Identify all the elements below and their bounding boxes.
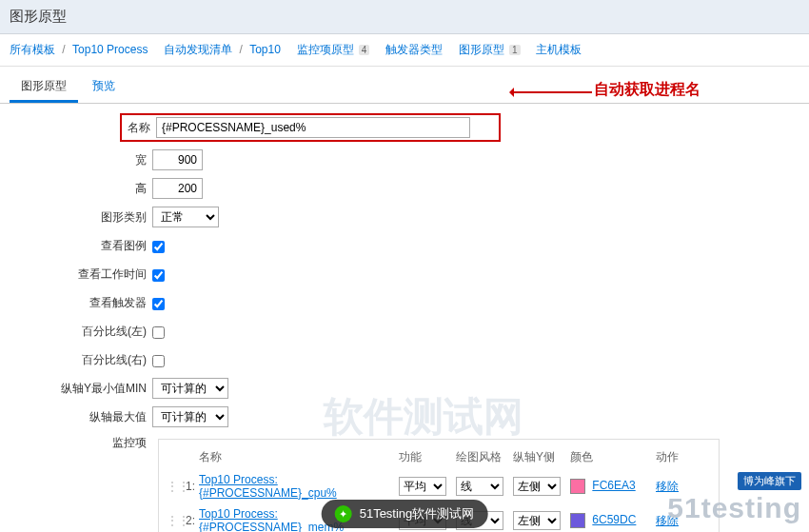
col-yaxis: 纵轴Y侧 <box>513 449 570 465</box>
items-label: 监控项 <box>10 435 152 451</box>
annotation-arrow-icon <box>512 91 592 93</box>
legend-label: 查看图例 <box>10 238 152 254</box>
width-input[interactable] <box>152 149 203 170</box>
row-index: 2: <box>180 514 199 527</box>
yaxis-select[interactable]: 左侧 <box>513 511 561 530</box>
tab-graph-proto[interactable]: 图形原型 <box>10 72 78 103</box>
pline-right-checkbox[interactable] <box>152 355 165 367</box>
wechat-label: 51Testing软件测试网 <box>360 505 475 522</box>
trigger-label: 查看触发器 <box>10 295 152 311</box>
color-swatch[interactable] <box>570 479 585 494</box>
breadcrumb-template[interactable]: Top10 Process <box>72 43 148 56</box>
ymin-select[interactable]: 可计算的 <box>152 378 228 399</box>
tab-preview[interactable]: 预览 <box>81 72 127 103</box>
breadcrumb-host-proto[interactable]: 主机模板 <box>536 43 582 56</box>
pline-left-label: 百分比线(左) <box>10 324 152 340</box>
color-value[interactable]: FC6EA3 <box>592 479 635 492</box>
type-label: 图形类别 <box>10 209 152 226</box>
pline-left-checkbox[interactable] <box>152 326 165 339</box>
row-index: 1: <box>180 480 199 493</box>
pline-right-label: 百分比线(右) <box>10 352 152 368</box>
breadcrumb-item-proto[interactable]: 监控项原型 <box>297 43 354 56</box>
col-name: 名称 <box>199 449 399 465</box>
draw-select[interactable]: 线 <box>456 477 503 496</box>
ymin-label: 纵轴Y最小值MIN <box>10 381 152 397</box>
color-swatch[interactable] <box>570 513 585 528</box>
watermark: 博为峰旗下 51testing <box>667 472 801 524</box>
wechat-icon: ✦ <box>335 505 352 522</box>
breadcrumb-discovery[interactable]: 自动发现清单 <box>164 43 232 56</box>
item-proto-count: 4 <box>359 45 370 55</box>
items-header: 名称 功能 绘图风格 纵轴Y侧 颜色 动作 <box>167 445 711 469</box>
watermark-brand: 51testing <box>667 492 801 523</box>
name-label: 名称 <box>124 120 156 136</box>
annotation-text: 自动获取进程名 <box>594 80 700 100</box>
col-color: 颜色 <box>570 449 656 465</box>
worktime-label: 查看工作时间 <box>10 266 152 283</box>
wechat-source-bar: ✦ 51Testing软件测试网 <box>322 500 488 528</box>
col-func: 功能 <box>399 449 456 465</box>
table-row: ⋮⋮ 1: Top10 Process: {#PROCESSNAME}_cpu%… <box>167 469 711 503</box>
breadcrumb-trigger-proto[interactable]: 触发器类型 <box>385 43 443 56</box>
col-action: 动作 <box>656 449 694 465</box>
legend-checkbox[interactable] <box>152 241 165 253</box>
func-select[interactable]: 平均 <box>399 477 446 496</box>
page-title: 图形原型 <box>0 0 809 34</box>
breadcrumb-graph-proto[interactable]: 图形原型 <box>459 43 504 56</box>
item-name-link[interactable]: Top10 Process: {#PROCESSNAME}_cpu% <box>199 473 337 500</box>
breadcrumb: 所有模板 / Top10 Process 自动发现清单 / Top10 监控项原… <box>0 34 809 67</box>
worktime-checkbox[interactable] <box>152 269 165 282</box>
ymax-label: 纵轴最大值 <box>10 409 152 425</box>
col-draw: 绘图风格 <box>456 449 513 465</box>
color-value[interactable]: 6C59DC <box>592 513 636 526</box>
breadcrumb-all-templates[interactable]: 所有模板 <box>10 43 55 56</box>
trigger-checkbox[interactable] <box>152 298 165 310</box>
height-label: 高 <box>10 181 152 197</box>
yaxis-select[interactable]: 左侧 <box>513 477 561 496</box>
ymax-select[interactable]: 可计算的 <box>152 406 228 427</box>
watermark-badge: 博为峰旗下 <box>738 472 801 490</box>
height-input[interactable] <box>152 178 203 199</box>
width-label: 宽 <box>10 152 152 168</box>
name-input[interactable] <box>156 117 470 138</box>
type-select[interactable]: 正常 <box>152 207 219 227</box>
graph-proto-count: 1 <box>509 45 521 55</box>
breadcrumb-discovery-name[interactable]: Top10 <box>249 43 281 56</box>
